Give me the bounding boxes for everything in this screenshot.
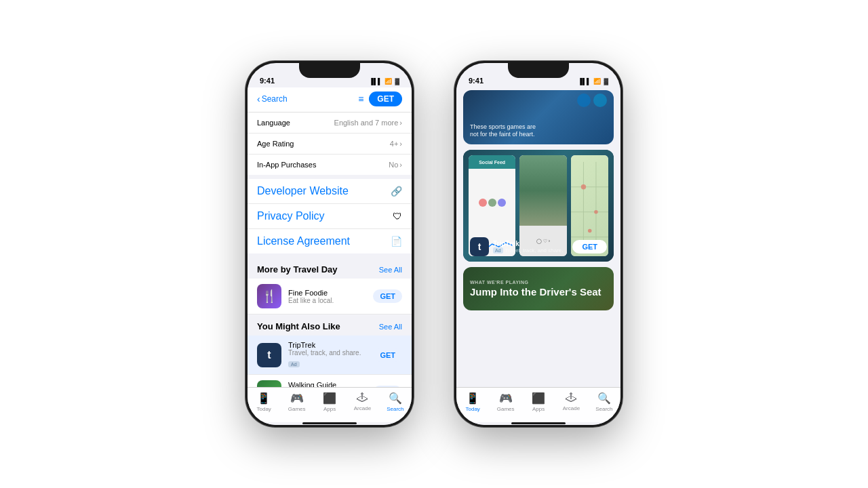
sports-card-text: These sports games are not for the faint… — [470, 123, 538, 139]
walking-guide-icon: 🗺 — [257, 380, 281, 387]
fine-foodie-get-button[interactable]: GET — [373, 289, 402, 303]
license-agreement-row[interactable]: License Agreement 📄 — [248, 229, 412, 253]
sports-decoration — [577, 94, 607, 107]
notch-right — [508, 63, 569, 78]
triptrek-get-button[interactable]: GET — [373, 348, 402, 362]
links-section: Developer Website 🔗 Privacy Policy 🛡 Lic… — [248, 179, 412, 253]
arcade-tab-icon-left: 🕹 — [357, 392, 368, 404]
detail-scroll: Language English and 7 more › Age Rating… — [248, 113, 412, 387]
arcade-tab-label-right: Arcade — [563, 405, 580, 411]
search-tab-label-left: Search — [387, 406, 403, 412]
home-bar-left — [302, 422, 357, 424]
fine-foodie-name: Fine Foodie — [288, 289, 366, 297]
privacy-policy-row[interactable]: Privacy Policy 🛡 — [248, 204, 412, 229]
apps-tab-label-left: Apps — [323, 406, 336, 412]
get-button-header[interactable]: GET — [369, 92, 402, 106]
triptrek-row: t TripTrek Travel, track, and share. Ad … — [248, 336, 412, 375]
scene: 9:41 ▐▌▌ 📶 ▓ ‹ Search ≡ GET — [0, 0, 868, 488]
home-indicator-right — [456, 422, 620, 425]
svg-point-7 — [588, 229, 592, 233]
jump-card-title: Jump Into the Driver's Seat — [470, 287, 607, 298]
mini-avatar-2 — [488, 199, 496, 207]
triptrek-info: TripTrek Travel, track, and share. Ad — [288, 341, 366, 369]
triptrek-icon: t — [257, 343, 281, 367]
fine-foodie-icon: 🍴 — [257, 284, 281, 308]
more-by-section-header: More by Travel Day See All — [248, 258, 412, 279]
tab-search-left[interactable]: 🔍 Search — [379, 392, 412, 412]
license-label: License Agreement — [257, 235, 350, 247]
apps-tab-label-right: Apps — [532, 406, 545, 412]
tab-arcade-right[interactable]: 🕹 Arcade — [555, 392, 587, 411]
you-might-see-all[interactable]: See All — [379, 323, 402, 331]
chevron-icon-2: › — [399, 140, 402, 148]
info-section: Language English and 7 more › Age Rating… — [248, 113, 412, 175]
back-button[interactable]: ‹ Search — [257, 94, 288, 104]
tab-bar-right: 📱 Today 🎮 Games ⬛ Apps 🕹 Arcade 🔍 — [456, 387, 620, 422]
mini-avatar-1 — [479, 199, 487, 207]
more-by-see-all[interactable]: See All — [379, 266, 402, 274]
developer-link-icon: 🔗 — [391, 186, 402, 197]
app-detail-header: ‹ Search ≡ GET — [248, 87, 412, 113]
developer-website-row[interactable]: Developer Website 🔗 — [248, 179, 412, 204]
left-phone: 9:41 ▐▌▌ 📶 ▓ ‹ Search ≡ GET — [245, 61, 414, 427]
tab-games-right[interactable]: 🎮 Games — [489, 392, 521, 412]
language-label: Language — [257, 119, 290, 127]
notch — [299, 63, 360, 78]
tab-arcade-left[interactable]: 🕹 Arcade — [346, 392, 378, 411]
games-tab-icon-right: 🎮 — [499, 392, 513, 405]
list-icon[interactable]: ≡ — [358, 94, 363, 104]
showcase-get-button[interactable]: GET — [572, 240, 607, 253]
svg-point-6 — [594, 210, 598, 214]
jump-card-bg: WHAT WE'RE PLAYING Jump Into the Driver'… — [463, 267, 614, 310]
search-tab-icon-right: 🔍 — [597, 392, 611, 405]
more-by-title: More by Travel Day — [257, 264, 338, 274]
you-might-section-header: You Might Also Like See All — [248, 314, 412, 336]
tab-apps-right[interactable]: ⬛ Apps — [522, 392, 555, 412]
battery-icon: ▓ — [395, 78, 399, 85]
jump-card[interactable]: WHAT WE'RE PLAYING Jump Into the Driver'… — [463, 267, 614, 310]
tab-today-right[interactable]: 📱 Today — [456, 392, 489, 412]
mini-screen-social-header: Social Feed — [469, 155, 515, 169]
iap-value: No › — [389, 161, 402, 169]
header-right: ≡ GET — [358, 92, 402, 106]
mini-screen-social-body — [469, 169, 515, 236]
wifi-icon: 📶 — [384, 78, 392, 85]
app-showcase-card[interactable]: Social Feed — [463, 150, 614, 262]
showcase-app-desc-row: Ad Travel, track, and share. — [493, 247, 564, 253]
tab-apps-left[interactable]: ⬛ Apps — [313, 392, 346, 412]
status-icons-left: ▐▌▌ 📶 ▓ — [369, 78, 399, 85]
chevron-icon: › — [399, 119, 402, 127]
triptrek-desc: Travel, track, and share. — [288, 349, 366, 357]
sports-dec-circle-1 — [577, 94, 591, 107]
wifi-icon-right: 📶 — [593, 78, 601, 85]
language-row: Language English and 7 more › — [248, 113, 412, 134]
walking-guide-info: Walking Guide Popular walking destinatio… — [288, 381, 366, 387]
arcade-tab-label-left: Arcade — [354, 405, 371, 411]
apps-tab-icon-right: ⬛ — [532, 392, 545, 405]
tab-today-left[interactable]: 📱 Today — [248, 392, 280, 412]
signal-icon: ▐▌▌ — [369, 78, 382, 85]
sports-dec-circle-2 — [593, 94, 607, 107]
fine-foodie-info: Fine Foodie Eat like a local. — [288, 289, 366, 304]
license-link-icon: 📄 — [391, 236, 402, 247]
developer-website-label: Developer Website — [257, 185, 349, 197]
home-bar-right — [511, 422, 566, 424]
games-tab-icon-left: 🎮 — [290, 392, 304, 405]
today-tab-icon-right: 📱 — [466, 392, 479, 405]
age-rating-label: Age Rating — [257, 140, 294, 148]
today-screen: These sports games are not for the faint… — [456, 87, 620, 387]
sports-card[interactable]: These sports games are not for the faint… — [463, 90, 614, 144]
status-icons-right: ▐▌▌ 📶 ▓ — [578, 78, 608, 85]
tab-games-left[interactable]: 🎮 Games — [280, 392, 313, 412]
privacy-link-icon: 🛡 — [393, 211, 402, 222]
battery-icon-right: ▓ — [604, 78, 608, 85]
arcade-tab-icon-right: 🕹 — [566, 392, 576, 404]
tab-search-right[interactable]: 🔍 Search — [588, 392, 620, 412]
iap-row: In-App Purchases No › — [248, 155, 412, 175]
apps-tab-icon-left: ⬛ — [323, 392, 336, 405]
games-tab-label-left: Games — [288, 406, 306, 412]
back-chevron-icon: ‹ — [257, 94, 260, 104]
walking-guide-row: 🗺 Walking Guide Popular walking destinat… — [248, 375, 412, 387]
svg-point-5 — [580, 184, 585, 189]
status-time-left: 9:41 — [260, 77, 275, 85]
